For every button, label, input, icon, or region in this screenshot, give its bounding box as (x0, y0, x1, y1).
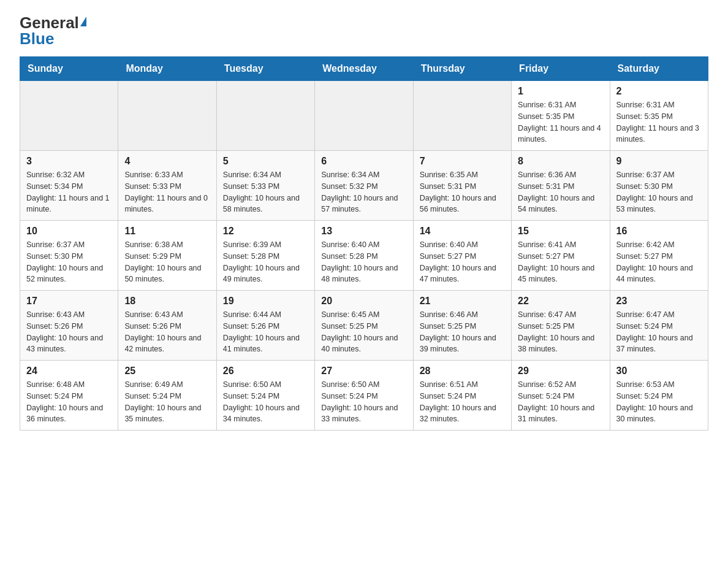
weekday-header-tuesday: Tuesday (216, 57, 314, 81)
calendar-cell: 8Sunrise: 6:36 AM Sunset: 5:31 PM Daylig… (512, 151, 610, 221)
calendar-cell (118, 81, 216, 151)
day-number: 9 (616, 156, 702, 167)
day-number: 12 (223, 226, 308, 237)
day-number: 4 (124, 156, 210, 167)
calendar-cell (413, 81, 511, 151)
day-info: Sunrise: 6:32 AM Sunset: 5:34 PM Dayligh… (26, 169, 112, 215)
day-number: 29 (518, 366, 603, 377)
logo: General Blue (20, 15, 86, 47)
weekday-header-row: SundayMondayTuesdayWednesdayThursdayFrid… (20, 57, 708, 81)
weekday-header-saturday: Saturday (610, 57, 708, 81)
day-number: 28 (420, 366, 505, 377)
day-info: Sunrise: 6:47 AM Sunset: 5:24 PM Dayligh… (616, 309, 702, 355)
day-info: Sunrise: 6:36 AM Sunset: 5:31 PM Dayligh… (518, 169, 603, 215)
day-info: Sunrise: 6:31 AM Sunset: 5:35 PM Dayligh… (518, 99, 603, 145)
weekday-header-monday: Monday (118, 57, 216, 81)
calendar-cell: 12Sunrise: 6:39 AM Sunset: 5:28 PM Dayli… (216, 221, 314, 291)
calendar-cell: 25Sunrise: 6:49 AM Sunset: 5:24 PM Dayli… (118, 361, 216, 431)
calendar-cell: 16Sunrise: 6:42 AM Sunset: 5:27 PM Dayli… (610, 221, 708, 291)
calendar-cell: 5Sunrise: 6:34 AM Sunset: 5:33 PM Daylig… (216, 151, 314, 221)
day-info: Sunrise: 6:35 AM Sunset: 5:31 PM Dayligh… (420, 169, 505, 215)
calendar-cell: 4Sunrise: 6:33 AM Sunset: 5:33 PM Daylig… (118, 151, 216, 221)
calendar-cell: 23Sunrise: 6:47 AM Sunset: 5:24 PM Dayli… (610, 291, 708, 361)
calendar-cell: 14Sunrise: 6:40 AM Sunset: 5:27 PM Dayli… (413, 221, 511, 291)
day-info: Sunrise: 6:40 AM Sunset: 5:28 PM Dayligh… (321, 239, 406, 285)
calendar-cell: 9Sunrise: 6:37 AM Sunset: 5:30 PM Daylig… (610, 151, 708, 221)
day-info: Sunrise: 6:52 AM Sunset: 5:24 PM Dayligh… (518, 379, 603, 425)
calendar-cell: 7Sunrise: 6:35 AM Sunset: 5:31 PM Daylig… (413, 151, 511, 221)
logo-blue-text: Blue (20, 31, 54, 47)
logo-general-text: General (20, 15, 79, 31)
day-number: 30 (616, 366, 702, 377)
day-number: 24 (26, 366, 112, 377)
page-header: General Blue (20, 15, 708, 47)
weekday-header-thursday: Thursday (413, 57, 511, 81)
day-info: Sunrise: 6:37 AM Sunset: 5:30 PM Dayligh… (616, 169, 702, 215)
calendar-cell: 22Sunrise: 6:47 AM Sunset: 5:25 PM Dayli… (512, 291, 610, 361)
calendar-cell: 26Sunrise: 6:50 AM Sunset: 5:24 PM Dayli… (216, 361, 314, 431)
day-number: 5 (223, 156, 308, 167)
calendar-cell (20, 81, 118, 151)
day-info: Sunrise: 6:38 AM Sunset: 5:29 PM Dayligh… (124, 239, 210, 285)
day-number: 3 (26, 156, 112, 167)
calendar-cell: 15Sunrise: 6:41 AM Sunset: 5:27 PM Dayli… (512, 221, 610, 291)
day-info: Sunrise: 6:46 AM Sunset: 5:25 PM Dayligh… (420, 309, 505, 355)
calendar-cell: 28Sunrise: 6:51 AM Sunset: 5:24 PM Dayli… (413, 361, 511, 431)
calendar-cell: 13Sunrise: 6:40 AM Sunset: 5:28 PM Dayli… (315, 221, 413, 291)
weekday-header-friday: Friday (512, 57, 610, 81)
day-number: 17 (26, 296, 112, 307)
logo-triangle-icon (80, 17, 86, 26)
day-info: Sunrise: 6:50 AM Sunset: 5:24 PM Dayligh… (223, 379, 308, 425)
calendar-table: SundayMondayTuesdayWednesdayThursdayFrid… (20, 56, 708, 431)
day-info: Sunrise: 6:47 AM Sunset: 5:25 PM Dayligh… (518, 309, 603, 355)
day-info: Sunrise: 6:43 AM Sunset: 5:26 PM Dayligh… (26, 309, 112, 355)
calendar-cell: 18Sunrise: 6:43 AM Sunset: 5:26 PM Dayli… (118, 291, 216, 361)
day-number: 19 (223, 296, 308, 307)
day-number: 22 (518, 296, 603, 307)
calendar-cell: 30Sunrise: 6:53 AM Sunset: 5:24 PM Dayli… (610, 361, 708, 431)
day-info: Sunrise: 6:34 AM Sunset: 5:33 PM Dayligh… (223, 169, 308, 215)
day-number: 13 (321, 226, 406, 237)
day-info: Sunrise: 6:37 AM Sunset: 5:30 PM Dayligh… (26, 239, 112, 285)
calendar-cell: 19Sunrise: 6:44 AM Sunset: 5:26 PM Dayli… (216, 291, 314, 361)
day-info: Sunrise: 6:41 AM Sunset: 5:27 PM Dayligh… (518, 239, 603, 285)
day-number: 14 (420, 226, 505, 237)
day-info: Sunrise: 6:53 AM Sunset: 5:24 PM Dayligh… (616, 379, 702, 425)
calendar-week-3: 10Sunrise: 6:37 AM Sunset: 5:30 PM Dayli… (20, 221, 708, 291)
day-number: 8 (518, 156, 603, 167)
calendar-cell (315, 81, 413, 151)
day-info: Sunrise: 6:43 AM Sunset: 5:26 PM Dayligh… (124, 309, 210, 355)
calendar-cell: 1Sunrise: 6:31 AM Sunset: 5:35 PM Daylig… (512, 81, 610, 151)
day-info: Sunrise: 6:34 AM Sunset: 5:32 PM Dayligh… (321, 169, 406, 215)
day-info: Sunrise: 6:51 AM Sunset: 5:24 PM Dayligh… (420, 379, 505, 425)
day-info: Sunrise: 6:31 AM Sunset: 5:35 PM Dayligh… (616, 99, 702, 145)
day-info: Sunrise: 6:48 AM Sunset: 5:24 PM Dayligh… (26, 379, 112, 425)
day-number: 18 (124, 296, 210, 307)
calendar-cell: 20Sunrise: 6:45 AM Sunset: 5:25 PM Dayli… (315, 291, 413, 361)
day-number: 15 (518, 226, 603, 237)
day-number: 25 (124, 366, 210, 377)
calendar-cell (216, 81, 314, 151)
day-number: 27 (321, 366, 406, 377)
day-number: 6 (321, 156, 406, 167)
calendar-cell: 2Sunrise: 6:31 AM Sunset: 5:35 PM Daylig… (610, 81, 708, 151)
day-number: 23 (616, 296, 702, 307)
calendar-week-2: 3Sunrise: 6:32 AM Sunset: 5:34 PM Daylig… (20, 151, 708, 221)
day-info: Sunrise: 6:39 AM Sunset: 5:28 PM Dayligh… (223, 239, 308, 285)
day-number: 11 (124, 226, 210, 237)
calendar-cell: 21Sunrise: 6:46 AM Sunset: 5:25 PM Dayli… (413, 291, 511, 361)
calendar-week-1: 1Sunrise: 6:31 AM Sunset: 5:35 PM Daylig… (20, 81, 708, 151)
day-number: 21 (420, 296, 505, 307)
day-number: 7 (420, 156, 505, 167)
calendar-cell: 17Sunrise: 6:43 AM Sunset: 5:26 PM Dayli… (20, 291, 118, 361)
calendar-week-4: 17Sunrise: 6:43 AM Sunset: 5:26 PM Dayli… (20, 291, 708, 361)
weekday-header-sunday: Sunday (20, 57, 118, 81)
day-number: 1 (518, 86, 603, 97)
calendar-week-5: 24Sunrise: 6:48 AM Sunset: 5:24 PM Dayli… (20, 361, 708, 431)
calendar-cell: 11Sunrise: 6:38 AM Sunset: 5:29 PM Dayli… (118, 221, 216, 291)
day-number: 2 (616, 86, 702, 97)
day-info: Sunrise: 6:50 AM Sunset: 5:24 PM Dayligh… (321, 379, 406, 425)
calendar-cell: 24Sunrise: 6:48 AM Sunset: 5:24 PM Dayli… (20, 361, 118, 431)
calendar-cell: 3Sunrise: 6:32 AM Sunset: 5:34 PM Daylig… (20, 151, 118, 221)
weekday-header-wednesday: Wednesday (315, 57, 413, 81)
